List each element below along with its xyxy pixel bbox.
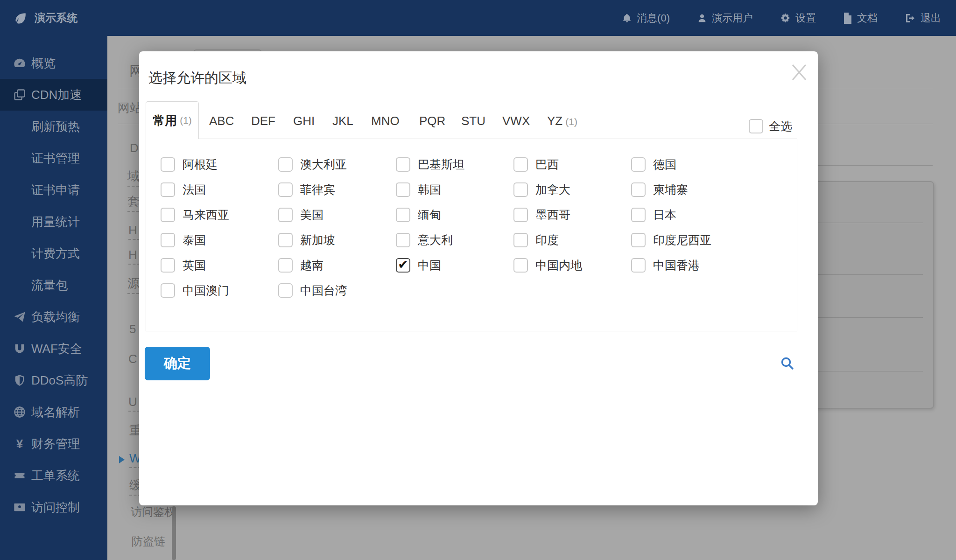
tab-yz[interactable]: YZ(1) xyxy=(547,114,577,128)
select-all-label: 全选 xyxy=(769,119,792,134)
checkbox[interactable] xyxy=(631,157,646,172)
sidebar-label: 概览 xyxy=(31,55,56,71)
checkbox[interactable] xyxy=(278,258,293,273)
sidebar-item-cdn[interactable]: CDN加速 xyxy=(0,79,107,111)
region-select-dialog: 选择允许的区域 常用 (1) ABC DEF GHI JKL MNO PQR S… xyxy=(139,51,818,505)
magnet-icon xyxy=(13,342,26,355)
region-option[interactable]: 法国 xyxy=(161,177,278,202)
dialog-title: 选择允许的区域 xyxy=(148,69,246,88)
region-option[interactable]: 阿根廷 xyxy=(161,152,278,177)
checkbox[interactable] xyxy=(161,283,175,298)
checkbox[interactable] xyxy=(631,208,646,222)
sidebar-item-tickets[interactable]: 工单系统 xyxy=(0,460,107,491)
sidebar-item-ddos[interactable]: DDoS高防 xyxy=(0,364,107,396)
checkbox[interactable] xyxy=(161,182,175,197)
settings-menu-item[interactable]: 设置 xyxy=(780,11,816,25)
checkbox[interactable] xyxy=(278,157,293,172)
checkbox[interactable] xyxy=(396,157,410,172)
bell-icon xyxy=(622,13,632,24)
tab-abc[interactable]: ABC xyxy=(209,114,234,128)
checkbox[interactable] xyxy=(631,182,646,197)
checkbox[interactable] xyxy=(396,182,410,197)
region-option[interactable]: 巴西 xyxy=(513,152,631,177)
region-option[interactable]: 印度尼西亚 xyxy=(631,227,749,252)
region-option[interactable]: 英国 xyxy=(161,252,278,278)
checkbox[interactable] xyxy=(396,258,410,273)
sidebar-label: 证书申请 xyxy=(31,182,80,198)
sidebar-item-cert-manage[interactable]: 证书管理 xyxy=(0,142,107,174)
region-option[interactable]: 印度 xyxy=(513,227,631,252)
region-option[interactable]: 马来西亚 xyxy=(161,202,278,227)
region-option[interactable]: 中国澳门 xyxy=(161,278,278,303)
sidebar-item-refresh-preheat[interactable]: 刷新预热 xyxy=(0,111,107,142)
region-option[interactable]: 菲律宾 xyxy=(278,177,396,202)
sidebar-item-dns[interactable]: 域名解析 xyxy=(0,396,107,428)
bg-scrollbar[interactable] xyxy=(172,506,176,560)
checkbox[interactable] xyxy=(161,157,175,172)
docs-menu-item[interactable]: 文档 xyxy=(843,11,878,25)
messages-menu-item[interactable]: 消息(0) xyxy=(622,11,670,25)
tab-ghi[interactable]: GHI xyxy=(293,114,315,128)
shield-icon xyxy=(13,374,26,387)
tab-pqr[interactable]: PQR xyxy=(419,114,445,128)
region-option[interactable]: 中国台湾 xyxy=(278,278,396,303)
select-all-checkbox-group[interactable]: 全选 xyxy=(749,119,792,134)
checkbox[interactable] xyxy=(513,157,528,172)
checkbox[interactable] xyxy=(513,208,528,222)
region-option[interactable]: 墨西哥 xyxy=(513,202,631,227)
region-option[interactable]: 柬埔寨 xyxy=(631,177,749,202)
checkbox[interactable] xyxy=(278,283,293,298)
region-option[interactable]: 中国内地 xyxy=(513,252,631,278)
checkbox[interactable] xyxy=(278,208,293,222)
checkbox[interactable] xyxy=(513,258,528,273)
region-option[interactable]: 巴基斯坦 xyxy=(396,152,513,177)
checkbox[interactable] xyxy=(396,208,410,222)
checkbox[interactable] xyxy=(631,258,646,273)
select-all-checkbox[interactable] xyxy=(749,119,763,133)
checkbox[interactable] xyxy=(631,233,646,247)
region-option[interactable]: 中国香港 xyxy=(631,252,749,278)
region-option[interactable]: 泰国 xyxy=(161,227,278,252)
tab-vwx[interactable]: VWX xyxy=(502,114,530,128)
checkbox[interactable] xyxy=(161,233,175,247)
region-option[interactable]: 越南 xyxy=(278,252,396,278)
sidebar-item-overview[interactable]: 概览 xyxy=(0,47,107,79)
checkbox[interactable] xyxy=(161,208,175,222)
checkbox[interactable] xyxy=(513,233,528,247)
navbar-menu: 消息(0) 演示用户 设置 文档 退出 xyxy=(622,11,956,25)
logout-menu-item[interactable]: 退出 xyxy=(905,11,941,25)
region-option[interactable]: 澳大利亚 xyxy=(278,152,396,177)
sidebar-item-usage-stats[interactable]: 用量统计 xyxy=(0,206,107,238)
sidebar-item-access-control[interactable]: 访问控制 xyxy=(0,491,107,523)
region-option[interactable]: 缅甸 xyxy=(396,202,513,227)
region-option[interactable]: 加拿大 xyxy=(513,177,631,202)
user-menu-item[interactable]: 演示用户 xyxy=(697,11,753,25)
tab-def[interactable]: DEF xyxy=(251,114,275,128)
checkbox[interactable] xyxy=(161,258,175,273)
checkbox[interactable] xyxy=(278,182,293,197)
sidebar-label: 工单系统 xyxy=(31,468,80,484)
search-icon[interactable] xyxy=(780,356,795,371)
tab-mno[interactable]: MNO xyxy=(371,114,400,128)
region-option[interactable]: 日本 xyxy=(631,202,749,227)
checkbox[interactable] xyxy=(513,182,528,197)
region-option[interactable]: 意大利 xyxy=(396,227,513,252)
tab-jkl[interactable]: JKL xyxy=(332,114,353,128)
tab-common[interactable]: 常用 (1) xyxy=(146,101,199,139)
sidebar-item-finance[interactable]: ¥ 财务管理 xyxy=(0,428,107,460)
sidebar-item-waf[interactable]: WAF安全 xyxy=(0,333,107,364)
confirm-button[interactable]: 确定 xyxy=(145,347,210,380)
close-icon[interactable] xyxy=(789,62,809,83)
checkbox[interactable] xyxy=(396,233,410,247)
sidebar-item-traffic-pack[interactable]: 流量包 xyxy=(0,269,107,301)
region-option[interactable]: 韩国 xyxy=(396,177,513,202)
region-option[interactable]: 新加坡 xyxy=(278,227,396,252)
sidebar-item-billing-mode[interactable]: 计费方式 xyxy=(0,238,107,269)
checkbox[interactable] xyxy=(278,233,293,247)
tab-stu[interactable]: STU xyxy=(461,114,485,128)
region-option[interactable]: 德国 xyxy=(631,152,749,177)
sidebar-item-load-balance[interactable]: 负载均衡 xyxy=(0,301,107,333)
region-option[interactable]: 美国 xyxy=(278,202,396,227)
region-option[interactable]: 中国 xyxy=(396,252,513,278)
sidebar-item-cert-apply[interactable]: 证书申请 xyxy=(0,174,107,206)
